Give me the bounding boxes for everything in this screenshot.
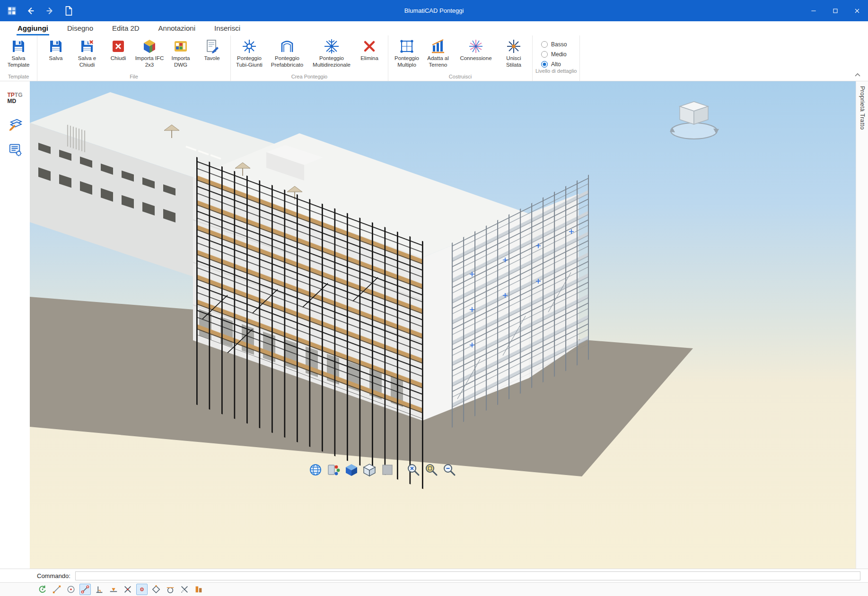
detail-alto-radio[interactable]: Alto <box>541 61 570 68</box>
snap-midpoint-icon[interactable] <box>108 584 119 595</box>
detail-alto-label: Alto <box>551 61 561 68</box>
import-dwg-icon <box>173 39 188 54</box>
group-caption-crea-ponteggio: Crea Ponteggio <box>234 73 385 81</box>
connessione-button[interactable]: Connessione <box>454 37 498 63</box>
ponteggio-prefabbricato-button[interactable]: Ponteggio Prefabbricato <box>265 37 309 69</box>
new-document-button[interactable] <box>63 6 74 16</box>
md-label: MD <box>7 98 16 104</box>
salva-template-button[interactable]: Salva Template <box>3 37 34 69</box>
navigation-cube-graphic <box>669 97 719 144</box>
close-button[interactable] <box>846 0 868 21</box>
radio-icon <box>541 41 548 48</box>
zoom-extents-icon[interactable] <box>405 462 421 477</box>
command-label: Commando: <box>37 572 70 579</box>
importa-dwg-button[interactable]: Importa DWG <box>165 37 196 69</box>
ponteggio-multiplo-button[interactable]: Ponteggio Multiplo <box>391 37 422 69</box>
close-file-icon <box>111 39 126 54</box>
ribbon-group-livello-dettaglio: Basso Medio Alto Livello di dettaglio <box>533 35 580 81</box>
tab-aggiungi[interactable]: Aggiungi <box>17 22 49 35</box>
wireframe-view-icon[interactable] <box>362 462 377 477</box>
ribbon-group-crea-ponteggio: Ponteggio Tubi-Giunti Ponteggio Prefabbr… <box>231 35 388 81</box>
import-ifc-icon <box>142 39 157 54</box>
group-caption-costruisci: Costruisci <box>391 73 529 81</box>
radio-selected-icon <box>541 61 548 68</box>
tab-inserisci[interactable]: Inserisci <box>213 22 241 35</box>
snap-node-icon[interactable] <box>136 584 148 595</box>
adatta-al-terreno-button[interactable]: Adatta al Terreno <box>422 37 454 69</box>
detail-basso-radio[interactable]: Basso <box>541 41 570 48</box>
tab-disegno[interactable]: Disegno <box>66 22 94 35</box>
tube-joint-scaffold-icon <box>242 39 257 54</box>
tab-edita-2d[interactable]: Edita 2D <box>111 22 140 35</box>
salva-button[interactable]: Salva <box>40 37 71 63</box>
ribbon-group-costruisci: Ponteggio Multiplo Adatta al Terreno Con… <box>388 35 533 81</box>
salva-e-chiudi-button[interactable]: Salva e Chiudi <box>71 37 103 69</box>
report-settings-icon <box>8 142 22 156</box>
unisci-stilata-button[interactable]: Unisci Stilata <box>498 37 529 69</box>
viewport-3d[interactable] <box>30 81 856 569</box>
back-button[interactable] <box>26 6 36 16</box>
snap-perpendicular-icon[interactable] <box>94 584 105 595</box>
collapse-ribbon-button[interactable] <box>854 72 861 78</box>
properties-panel-strip: Proprietà Tratto <box>856 81 868 569</box>
plane-view-icon[interactable] <box>380 462 395 477</box>
snap-toolbar <box>0 582 868 596</box>
snap-quadrant-icon[interactable] <box>150 584 162 595</box>
ribbon-group-file: Salva Salva e Chiudi Chiudi Importa IFC … <box>37 35 231 81</box>
window-title: BlumatiCAD Ponteggi <box>404 7 464 14</box>
snap-tangent-icon[interactable] <box>165 584 176 595</box>
group-caption-template: Template <box>3 73 34 81</box>
prefab-scaffold-icon <box>280 39 295 54</box>
group-caption-livello: Livello di dettaglio <box>535 68 577 75</box>
forward-button[interactable] <box>44 6 55 16</box>
detail-medio-radio[interactable]: Medio <box>541 51 570 58</box>
report-settings-tool-button[interactable] <box>5 140 25 159</box>
snap-line-icon[interactable] <box>51 584 62 595</box>
visual-style-icon[interactable] <box>326 462 341 477</box>
minimize-button[interactable] <box>803 0 824 21</box>
view-toolbar <box>308 462 456 477</box>
snap-insert-icon[interactable] <box>193 584 204 595</box>
maximize-button[interactable] <box>824 0 846 21</box>
snap-endpoint-icon[interactable] <box>79 584 91 595</box>
ponteggio-multidirezionale-button[interactable]: Ponteggio Multidirezionale <box>309 37 354 69</box>
command-input[interactable] <box>75 571 860 580</box>
tp-label: TP <box>7 92 14 98</box>
ribbon-tab-bar: Aggiungi Disegno Edita 2D Annotazioni In… <box>0 21 868 35</box>
layers-icon <box>8 117 22 131</box>
pan-globe-icon[interactable] <box>308 462 323 477</box>
ponteggio-tubi-giunti-button[interactable]: Ponteggio Tubi-Giunti <box>234 37 265 69</box>
snap-apparent-intersection-icon[interactable] <box>179 584 190 595</box>
zoom-previous-icon[interactable] <box>441 462 456 477</box>
detail-medio-label: Medio <box>551 51 567 58</box>
shaded-view-icon[interactable] <box>344 462 359 477</box>
titlebar: BlumatiCAD Ponteggi <box>0 0 868 21</box>
app-icon <box>7 6 17 16</box>
zoom-window-icon[interactable] <box>423 462 438 477</box>
properties-tab[interactable]: Proprietà Tratto <box>859 81 866 135</box>
connection-icon <box>468 39 483 54</box>
chevron-up-icon <box>854 72 861 78</box>
snap-center-icon[interactable] <box>65 584 77 595</box>
navigation-cube[interactable] <box>669 97 719 144</box>
group-caption-file: File <box>40 73 228 81</box>
elimina-button[interactable]: Elimina <box>354 37 385 63</box>
snap-intersection-icon[interactable] <box>122 584 133 595</box>
radio-icon <box>541 51 548 58</box>
ribbon-group-template: Salva Template Template <box>0 35 37 81</box>
layers-tool-button[interactable] <box>5 114 25 133</box>
command-bar: Commando: <box>0 569 868 582</box>
quick-access-toolbar <box>0 6 74 16</box>
save-icon <box>48 39 63 54</box>
multi-scaffold-icon <box>399 39 414 54</box>
snap-rotate-icon[interactable] <box>37 584 48 595</box>
chiudi-button[interactable]: Chiudi <box>103 37 134 63</box>
left-toolbar: TPTG MD <box>0 81 30 569</box>
tab-annotazioni[interactable]: Annotazioni <box>158 22 196 35</box>
merge-row-icon <box>506 39 521 54</box>
adapt-terrain-icon <box>430 39 446 54</box>
importa-ifc-button[interactable]: Importa IFC 2x3 <box>134 37 165 69</box>
tavole-button[interactable]: Tavole <box>196 37 228 63</box>
text-styles-tool-button[interactable]: TPTG MD <box>5 89 25 108</box>
multidirectional-scaffold-icon <box>324 39 339 54</box>
